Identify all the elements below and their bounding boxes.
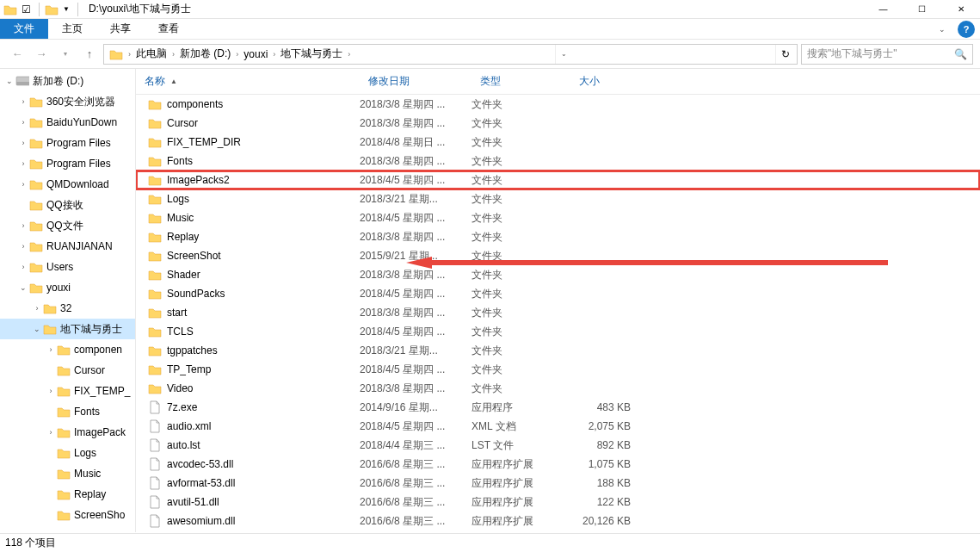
twisty-icon[interactable]: ⌄ — [3, 77, 15, 85]
file-row[interactable]: Video2018/3/8 星期四 ...文件夹 — [136, 379, 980, 398]
twisty-icon[interactable]: › — [45, 345, 57, 354]
file-row[interactable]: TCLS2018/4/5 星期四 ...文件夹 — [136, 322, 980, 341]
twisty-icon[interactable]: › — [17, 97, 29, 106]
address-dropdown-icon[interactable]: ⌄ — [555, 45, 572, 64]
tree-item[interactable]: ›360安全浏览器 — [0, 91, 135, 112]
file-tab[interactable]: 文件 — [0, 19, 48, 39]
tab-home[interactable]: 主页 — [48, 19, 96, 39]
tree-item[interactable]: ⌄新加卷 (D:) — [0, 71, 135, 91]
address-bar[interactable]: › 此电脑 › 新加卷 (D:) › youxi › 地下城与勇士 › ⌄ ↻ — [103, 44, 798, 65]
search-icon[interactable]: 🔍 — [954, 48, 967, 60]
tree-item[interactable]: QQ接收 — [0, 195, 135, 215]
tree-item[interactable]: ›BaiduYunDown — [0, 112, 135, 133]
file-row[interactable]: Replay2018/3/8 星期四 ...文件夹 — [136, 227, 980, 246]
file-name: ImagePacks2 — [167, 174, 230, 186]
help-button[interactable]: ? — [958, 21, 975, 38]
forward-button[interactable]: → — [31, 44, 52, 65]
twisty-icon[interactable]: ⌄ — [17, 283, 29, 292]
crumb-folder[interactable]: youxi — [240, 45, 271, 64]
minimize-button[interactable]: — — [864, 0, 903, 19]
file-row[interactable]: tgppatches2018/3/21 星期...文件夹 — [136, 341, 980, 360]
history-dropdown-icon[interactable]: ▾ — [55, 44, 76, 65]
col-type[interactable]: 类型 — [472, 69, 570, 94]
twisty-icon[interactable]: › — [45, 428, 57, 437]
tab-view[interactable]: 查看 — [145, 19, 193, 39]
file-row[interactable]: avutil-51.dll2016/6/8 星期三 ...应用程序扩展122 K… — [136, 493, 980, 512]
twisty-icon[interactable]: › — [17, 263, 29, 271]
crumb-drive[interactable]: 新加卷 (D:) — [176, 45, 234, 64]
qat-dropdown-icon[interactable]: ▼ — [60, 5, 72, 13]
file-row[interactable]: Music2018/4/5 星期四 ...文件夹 — [136, 208, 980, 227]
tree-label: Users — [46, 261, 73, 273]
file-row[interactable]: TP_Temp2018/4/5 星期四 ...文件夹 — [136, 360, 980, 379]
ribbon-expand-icon[interactable]: ⌄ — [932, 19, 952, 39]
file-row[interactable]: audio.xml2018/4/5 星期四 ...XML 文档2,075 KB — [136, 417, 980, 436]
twisty-icon[interactable]: › — [45, 387, 57, 395]
col-date[interactable]: 修改日期 — [360, 69, 472, 94]
file-name: auto.lst — [167, 439, 200, 451]
tree-item[interactable]: ›QQ文件 — [0, 215, 135, 236]
tree-item[interactable]: ⌄地下城与勇士 — [0, 319, 135, 339]
search-input[interactable]: 搜索"地下城与勇士" 🔍 — [801, 44, 973, 65]
tree-item[interactable]: ›QMDownload — [0, 174, 135, 195]
tree-item[interactable]: ›Users — [0, 257, 135, 277]
file-row[interactable]: Shader2018/3/8 星期四 ...文件夹 — [136, 265, 980, 284]
tree-item[interactable]: ⌄youxi — [0, 277, 135, 298]
back-button[interactable]: ← — [7, 44, 28, 65]
file-row[interactable]: Fonts2018/3/8 星期四 ...文件夹 — [136, 152, 980, 171]
chevron-right-icon[interactable]: › — [170, 50, 176, 59]
close-button[interactable]: ✕ — [941, 0, 980, 19]
folder-icon — [148, 211, 162, 225]
twisty-icon[interactable]: › — [17, 139, 29, 147]
tab-share[interactable]: 共享 — [96, 19, 145, 39]
qat-item[interactable]: ☑ — [19, 3, 34, 16]
twisty-icon[interactable]: › — [31, 304, 43, 313]
file-row[interactable]: ScreenShot2015/9/21 星期...文件夹 — [136, 246, 980, 265]
file-row[interactable]: avcodec-53.dll2016/6/8 星期三 ...应用程序扩展1,07… — [136, 455, 980, 474]
tree-item[interactable]: Cursor — [0, 360, 135, 381]
file-row[interactable]: ImagePacks22018/4/5 星期四 ...文件夹 — [136, 171, 980, 189]
refresh-button[interactable]: ↻ — [775, 45, 795, 64]
chevron-right-icon[interactable]: › — [126, 50, 133, 59]
twisty-icon[interactable]: › — [17, 242, 29, 251]
twisty-icon[interactable]: ⌄ — [31, 325, 43, 333]
tree-item[interactable]: Replay — [0, 484, 135, 505]
chevron-right-icon[interactable]: › — [271, 50, 277, 59]
tree-item[interactable]: ›FIX_TEMP_ — [0, 381, 135, 401]
drive-icon[interactable] — [106, 45, 126, 64]
tree-item[interactable]: Music — [0, 463, 135, 484]
file-row[interactable]: awesomium.dll2016/6/8 星期三 ...应用程序扩展20,12… — [136, 512, 980, 530]
file-row[interactable]: SoundPacks2018/4/5 星期四 ...文件夹 — [136, 284, 980, 303]
chevron-right-icon[interactable]: › — [346, 50, 352, 59]
file-row[interactable]: components2018/3/8 星期四 ...文件夹 — [136, 95, 980, 114]
twisty-icon[interactable]: › — [17, 180, 29, 189]
file-row[interactable]: avformat-53.dll2016/6/8 星期三 ...应用程序扩展188… — [136, 474, 980, 493]
col-name[interactable]: 名称▲ — [136, 69, 360, 94]
crumb-pc[interactable]: 此电脑 — [133, 45, 170, 64]
file-row[interactable]: start2018/3/8 星期四 ...文件夹 — [136, 303, 980, 322]
tree-item[interactable]: ›ImagePack — [0, 422, 135, 443]
tree-item[interactable]: ›Program Files — [0, 133, 135, 153]
col-size[interactable]: 大小 — [570, 69, 656, 94]
twisty-icon[interactable]: › — [17, 118, 29, 127]
up-button[interactable]: ↑ — [79, 44, 100, 65]
chevron-right-icon[interactable]: › — [234, 50, 240, 59]
nav-tree[interactable]: ⌄新加卷 (D:)›360安全浏览器›BaiduYunDown›Program … — [0, 69, 136, 532]
file-row[interactable]: Cursor2018/3/8 星期四 ...文件夹 — [136, 114, 980, 133]
tree-item[interactable]: Logs — [0, 443, 135, 463]
tree-item[interactable]: ›Program Files — [0, 153, 135, 174]
tree-item[interactable]: Fonts — [0, 401, 135, 422]
twisty-icon[interactable]: › — [17, 159, 29, 168]
status-bar: 118 个项目 — [0, 533, 980, 552]
tree-item[interactable]: ScreenSho — [0, 505, 135, 525]
crumb-folder[interactable]: 地下城与勇士 — [277, 45, 346, 64]
maximize-button[interactable]: ☐ — [903, 0, 941, 19]
file-row[interactable]: FIX_TEMP_DIR2018/4/8 星期日 ...文件夹 — [136, 133, 980, 152]
file-row[interactable]: Logs2018/3/21 星期...文件夹 — [136, 189, 980, 208]
file-row[interactable]: 7z.exe2014/9/16 星期...应用程序483 KB — [136, 398, 980, 417]
tree-item[interactable]: ›componen — [0, 339, 135, 360]
tree-item[interactable]: ›RUANJIANAN — [0, 236, 135, 257]
twisty-icon[interactable]: › — [17, 221, 29, 230]
file-row[interactable]: auto.lst2018/4/4 星期三 ...LST 文件892 KB — [136, 436, 980, 455]
tree-item[interactable]: ›32 — [0, 298, 135, 319]
